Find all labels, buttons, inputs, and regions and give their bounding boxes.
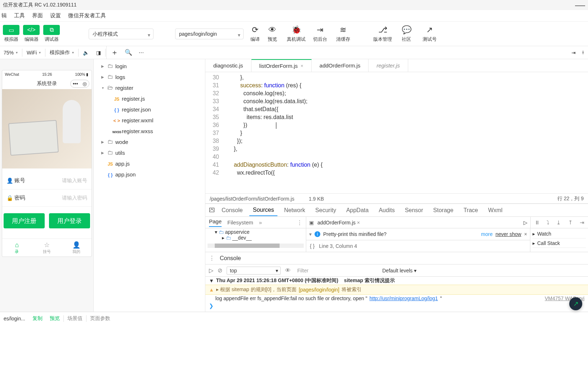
devtools-tab-appdata[interactable]: AppData: [343, 205, 372, 216]
play-icon[interactable]: ▷: [209, 267, 213, 274]
menu-tools[interactable]: 工具: [14, 12, 25, 19]
network-select[interactable]: WiFi▾: [23, 46, 44, 59]
devtools-tab-wxml[interactable]: Wxml: [485, 205, 506, 216]
menu-settings[interactable]: 设置: [50, 12, 61, 19]
menu-wxdevtools[interactable]: 微信开发者工具: [68, 12, 106, 19]
preview-link[interactable]: 预览: [46, 315, 63, 322]
kebab-icon[interactable]: ⋮: [209, 255, 215, 262]
float-action-button[interactable]: ↗: [569, 297, 582, 310]
tree-register[interactable]: ▾🗁register: [94, 82, 205, 93]
callstack-section[interactable]: ▸ Call Stack: [533, 238, 586, 248]
sim-operation-select[interactable]: 模拟操作▾: [46, 46, 77, 59]
watch-section[interactable]: ▸ Watch: [533, 229, 586, 238]
step-over-icon[interactable]: ⤵: [547, 219, 549, 225]
log-group[interactable]: ▼ Thu Apr 29 2021 15:26:18 GMT+0800 (中国标…: [205, 277, 588, 285]
context-select[interactable]: top: [227, 267, 281, 275]
devtools-tab-audits[interactable]: Audits: [375, 205, 398, 216]
register-button[interactable]: 用户注册: [4, 213, 45, 228]
account-field[interactable]: 👤 账号 请输入账号: [2, 172, 92, 189]
copy-link[interactable]: 复制: [29, 315, 46, 322]
zoom-select[interactable]: 75%▾: [0, 46, 21, 59]
clear-cache-button[interactable]: ≋清缓存: [334, 25, 352, 43]
simulator-toggle[interactable]: ▭模拟器: [3, 25, 19, 43]
compile-button[interactable]: ⟳编译: [246, 25, 264, 43]
step-into-icon[interactable]: ⤓: [556, 219, 561, 226]
devtools-tab-storage[interactable]: Storage: [429, 205, 457, 216]
tree-login[interactable]: ▶🗀login: [94, 61, 205, 71]
tree-wode[interactable]: ▶🗀wode: [94, 136, 205, 147]
background-button[interactable]: ⇥切后台: [311, 25, 329, 43]
scrollbar[interactable]: [208, 244, 304, 248]
mute-button[interactable]: 🔈: [79, 46, 93, 59]
step-out-icon[interactable]: ⤒: [568, 219, 573, 226]
tree-utils[interactable]: ▶🗀utils: [94, 147, 205, 158]
dock-button[interactable]: ◨: [93, 46, 104, 59]
debugger-toggle[interactable]: ⧉调试器: [43, 25, 60, 43]
tree-register.js[interactable]: JSregister.js: [94, 93, 205, 104]
indent-button[interactable]: ⇥: [571, 50, 576, 56]
format-icon[interactable]: { }: [310, 243, 315, 249]
tree-register.wxss[interactable]: WXSSregister.wxss: [94, 126, 205, 136]
minimize-button[interactable]: —: [575, 0, 585, 11]
editor-toggle[interactable]: </>编辑器: [23, 25, 40, 43]
live-icon[interactable]: 👁: [285, 267, 291, 274]
tree-app.js[interactable]: JSapp.js: [94, 158, 205, 169]
new-file-button[interactable]: ＋: [111, 48, 118, 57]
clear-icon[interactable]: ⊘: [218, 267, 222, 274]
close-icon[interactable]: ×: [300, 63, 303, 69]
devtools-tab-console[interactable]: Console: [218, 205, 246, 216]
split-button[interactable]: ⫲: [582, 49, 584, 56]
menu-edit[interactable]: 辑: [1, 12, 7, 19]
tabbar-mine[interactable]: 👤我的: [62, 239, 92, 257]
sources-filesystem-tab[interactable]: Filesystem: [227, 219, 253, 225]
sources-tree[interactable]: ▾ 🗀 appservice ▸ 🗀 __dev__: [205, 228, 306, 252]
log-url-link[interactable]: http://usr/miniprogramLog/log1: [370, 295, 438, 301]
sources-page-tab[interactable]: Page: [209, 218, 222, 227]
tree-register.json[interactable]: { }register.json: [94, 104, 205, 115]
preview-button[interactable]: 👁预览: [264, 25, 281, 43]
pretty-more-link[interactable]: more: [481, 231, 493, 237]
step-icon[interactable]: ⇥: [580, 219, 584, 226]
capsule-button[interactable]: ••• ◎: [70, 80, 89, 88]
filter-input[interactable]: Filter: [295, 267, 378, 274]
inspect-icon[interactable]: ⮹: [209, 207, 215, 214]
devtools-tab-trace[interactable]: Trace: [460, 205, 481, 216]
play-icon[interactable]: ▷: [524, 220, 527, 225]
tabbar-register[interactable]: ☆挂号: [32, 239, 62, 257]
app-mode-select[interactable]: 小程序模式: [89, 29, 153, 39]
pretty-never-link[interactable]: never show: [495, 231, 521, 237]
tabbar-home[interactable]: ⌂录: [2, 239, 32, 257]
community-button[interactable]: 💬社区: [398, 25, 415, 43]
kebab-icon[interactable]: ⋮: [297, 219, 302, 226]
search-button[interactable]: 🔍: [125, 49, 132, 56]
sidebar-toggle-icon[interactable]: ▣: [309, 220, 314, 225]
expand-icon[interactable]: »: [259, 219, 262, 225]
console-prompt[interactable]: ❯: [205, 302, 588, 310]
close-icon[interactable]: ×: [524, 231, 527, 237]
levels-select[interactable]: Default levels ▾: [382, 268, 416, 273]
editor-tab[interactable]: register.js: [369, 59, 408, 72]
remote-debug-button[interactable]: 🐞真机调试: [287, 25, 306, 43]
code-body[interactable]: }, success: function (res) { console.log…: [223, 72, 588, 193]
pause-icon[interactable]: ⏸: [534, 219, 540, 225]
version-button[interactable]: ⎇版本管理: [373, 25, 392, 43]
password-field[interactable]: 🔒 密码 请输入密码: [2, 189, 92, 207]
menu-interface[interactable]: 界面: [32, 12, 43, 19]
devtools-tab-security[interactable]: Security: [312, 205, 340, 216]
more-button[interactable]: ···: [139, 49, 144, 56]
devtools-tab-network[interactable]: Network: [280, 205, 309, 216]
tree-logs[interactable]: ▶🗀logs: [94, 71, 205, 82]
devtools-tab-sensor[interactable]: Sensor: [401, 205, 427, 216]
dropdown-icon[interactable]: ▾: [309, 231, 312, 237]
page-path-select[interactable]: pages/login/login: [175, 29, 244, 39]
tree-app.json[interactable]: { }app.json: [94, 169, 205, 180]
login-button[interactable]: 用户登录: [49, 213, 90, 228]
devtools-tab-sources[interactable]: Sources: [249, 205, 278, 216]
editor-tab[interactable]: listOrderForm.js×: [251, 59, 312, 72]
test-account-button[interactable]: ↗测试号: [421, 25, 438, 43]
editor-tab[interactable]: addOrderForm.js: [312, 59, 369, 72]
tree-register.wxml[interactable]: < >register.wxml: [94, 115, 205, 126]
opened-file[interactable]: addOrderForm.js ×: [317, 220, 360, 225]
close-icon[interactable]: ×: [357, 220, 360, 225]
editor-tab[interactable]: diagnostic.js: [205, 59, 251, 72]
